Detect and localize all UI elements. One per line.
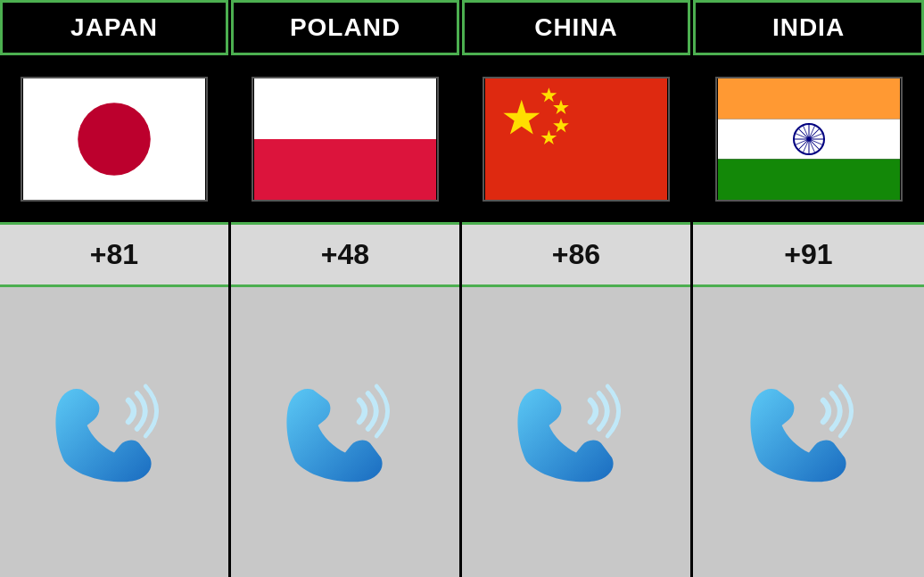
dial-code-japan: +81 [0,225,228,287]
phone-icon-poland [274,361,417,504]
flag-area-japan [0,55,228,225]
svg-rect-3 [254,139,436,200]
column-china: CHINA +86 [462,0,693,577]
country-grid: JAPAN +81 [0,0,924,577]
flag-japan [21,77,208,202]
phone-icon-india [738,361,880,504]
column-japan: JAPAN +81 [0,0,231,577]
country-name-poland: POLAND [231,0,459,55]
dial-code-poland: +48 [231,225,459,287]
phone-icon-china [505,361,648,504]
phone-area-poland [231,287,459,577]
flag-area-poland [231,55,459,225]
svg-point-1 [78,103,151,176]
svg-rect-10 [718,78,900,120]
dial-code-india: +91 [693,225,924,287]
phone-area-japan [0,287,228,577]
country-name-china: CHINA [462,0,690,55]
flag-area-india [693,55,924,225]
phone-area-china [462,287,690,577]
dial-code-china: +86 [462,225,690,287]
svg-rect-2 [254,78,436,139]
phone-area-india [693,287,924,577]
column-india: INDIA +91 [693,0,924,577]
column-poland: POLAND +48 [231,0,462,577]
flag-area-china [462,55,690,225]
flag-india [715,77,903,202]
flag-poland [252,77,439,202]
phone-icon-japan [43,361,186,504]
svg-rect-12 [718,159,900,200]
country-name-japan: JAPAN [0,0,228,55]
svg-rect-4 [485,78,667,200]
flag-china [483,77,670,202]
country-name-india: INDIA [693,0,924,55]
